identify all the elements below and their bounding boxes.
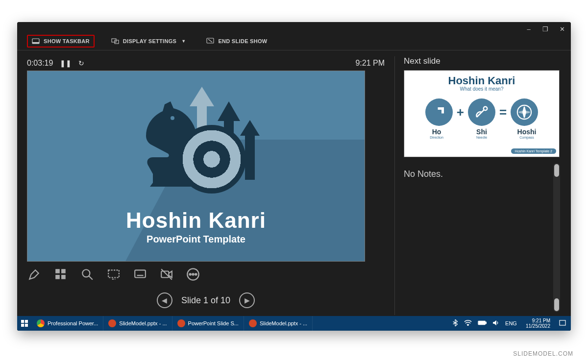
pen-tool[interactable]: [27, 267, 42, 282]
equals-symbol: =: [499, 105, 507, 120]
more-options-button[interactable]: [186, 267, 200, 282]
taskbar-clock[interactable]: 9:21 PM 11/25/2022: [523, 318, 553, 329]
svg-point-11: [82, 269, 90, 277]
display-settings-icon: [111, 37, 119, 45]
taskbar-app-label: Professional Power...: [48, 320, 98, 326]
volume-icon[interactable]: [492, 320, 499, 327]
next-slide-panel: Next slide Hoshin Kanri What does it mea…: [394, 56, 560, 315]
timer-row: 0:03:19 ❚❚ ↻ 9:21 PM: [27, 56, 385, 70]
bluetooth-icon[interactable]: [452, 319, 458, 327]
svg-rect-25: [21, 320, 24, 323]
end-slideshow-label: END SLIDE SHOW: [218, 38, 267, 44]
powerpoint-icon: [249, 319, 257, 327]
chrome-icon: [37, 319, 45, 327]
system-tray: ENG 9:21 PM 11/25/2022: [452, 318, 571, 329]
taskbar-app-powerpoint-2[interactable]: PowerPoint Slide S...: [172, 316, 244, 331]
svg-point-29: [467, 325, 468, 326]
zoom-button[interactable]: [80, 267, 95, 282]
presenter-view-window: – ❐ ✕ SHOW TASKBAR DISPLAY SETTINGS ▼ EN…: [17, 22, 571, 331]
slide-counter: Slide 1 of 10: [181, 295, 230, 306]
show-taskbar-button[interactable]: SHOW TASKBAR: [27, 35, 95, 48]
slide-subtitle: PowerPoint Template: [27, 234, 365, 245]
taskbar-app-label: PowerPoint Slide S...: [188, 320, 239, 326]
next-slide-heading: Next slide: [404, 56, 560, 66]
pause-timer-button[interactable]: ❚❚: [60, 59, 72, 67]
powerpoint-icon: [108, 319, 116, 327]
display-settings-label: DISPLAY SETTINGS: [123, 38, 176, 44]
battery-icon[interactable]: [478, 320, 487, 326]
svg-rect-13: [108, 270, 119, 277]
camera-off-button[interactable]: [159, 267, 174, 282]
needle-circle-icon: [468, 98, 495, 126]
previous-slide-button[interactable]: ◀: [157, 292, 172, 308]
svg-point-22: [195, 273, 196, 275]
svg-rect-10: [61, 275, 66, 279]
svg-rect-8: [61, 269, 66, 273]
svg-rect-26: [25, 320, 28, 323]
subtitle-button[interactable]: [133, 267, 147, 282]
taskbar-app-powerpoint-1[interactable]: SlideModel.pptx - ...: [103, 316, 172, 331]
see-all-slides-button[interactable]: [53, 267, 68, 282]
black-screen-button[interactable]: [106, 267, 121, 282]
svg-rect-1: [32, 42, 39, 44]
plus-symbol: +: [457, 105, 464, 120]
presenter-tools: [27, 267, 200, 282]
slide-navigation: ◀ Slide 1 of 10 ▶: [27, 292, 385, 308]
svg-rect-32: [479, 321, 485, 324]
svg-point-20: [190, 273, 191, 275]
notes-scrollbar[interactable]: [553, 163, 560, 312]
language-indicator[interactable]: ENG: [505, 320, 517, 326]
next-slide-thumbnail[interactable]: Hoshin Kanri What does it mean? + = HoDi…: [404, 70, 560, 157]
next-slide-button[interactable]: ▶: [239, 292, 255, 308]
chevron-down-icon: ▼: [181, 39, 186, 44]
svg-line-12: [89, 276, 93, 280]
end-slideshow-icon: [206, 37, 214, 45]
powerpoint-icon: [177, 319, 185, 327]
slide-title: Hoshin Kanri: [27, 208, 365, 233]
next-slide-graphic: + =: [404, 98, 559, 126]
svg-rect-7: [55, 269, 60, 273]
windows-taskbar: Professional Power... SlideModel.pptx - …: [17, 316, 571, 331]
watermark: SLIDEMODEL.COM: [513, 350, 573, 357]
elapsed-time: 0:03:19: [27, 59, 53, 68]
svg-rect-9: [55, 275, 60, 279]
compass-circle-icon: [511, 98, 538, 126]
taskbar-icon: [32, 37, 40, 45]
svg-rect-31: [486, 322, 487, 324]
svg-rect-15: [135, 270, 146, 277]
svg-point-21: [192, 273, 194, 275]
svg-line-5: [208, 39, 212, 42]
reset-timer-button[interactable]: ↻: [78, 59, 84, 67]
taskbar-app-chrome[interactable]: Professional Power...: [32, 316, 103, 331]
next-slide-labels: HoDirection ShiNeedle HoshiCompass: [404, 128, 559, 139]
arrow-circle-icon: [425, 98, 453, 126]
notes-text: No Notes.: [404, 169, 560, 179]
show-taskbar-label: SHOW TASKBAR: [44, 38, 90, 44]
svg-rect-28: [25, 324, 28, 327]
svg-rect-33: [560, 320, 565, 325]
target-graphic: [177, 125, 246, 194]
notification-center-icon[interactable]: [559, 320, 566, 327]
presenter-toolbar: SHOW TASKBAR DISPLAY SETTINGS ▼ END SLID…: [17, 32, 571, 50]
next-slide-subtitle: What does it mean?: [404, 86, 559, 92]
taskbar-app-label: SlideModel.pptx - ...: [260, 320, 307, 326]
svg-rect-27: [21, 324, 24, 327]
next-slide-title: Hoshin Kanri: [404, 74, 559, 87]
svg-point-6: [171, 116, 174, 120]
start-button[interactable]: [17, 320, 32, 327]
next-slide-footer: Hoshin Kanri Template 2: [511, 148, 556, 154]
taskbar-app-label: SlideModel.pptx - ...: [119, 320, 167, 326]
wifi-icon[interactable]: [464, 320, 472, 327]
current-time: 9:21 PM: [355, 59, 385, 68]
current-slide[interactable]: Hoshin Kanri PowerPoint Template: [27, 71, 365, 262]
taskbar-app-powerpoint-3[interactable]: SlideModel.pptx - ...: [244, 316, 313, 331]
end-slideshow-button[interactable]: END SLIDE SHOW: [202, 35, 271, 47]
display-settings-button[interactable]: DISPLAY SETTINGS ▼: [107, 35, 190, 47]
